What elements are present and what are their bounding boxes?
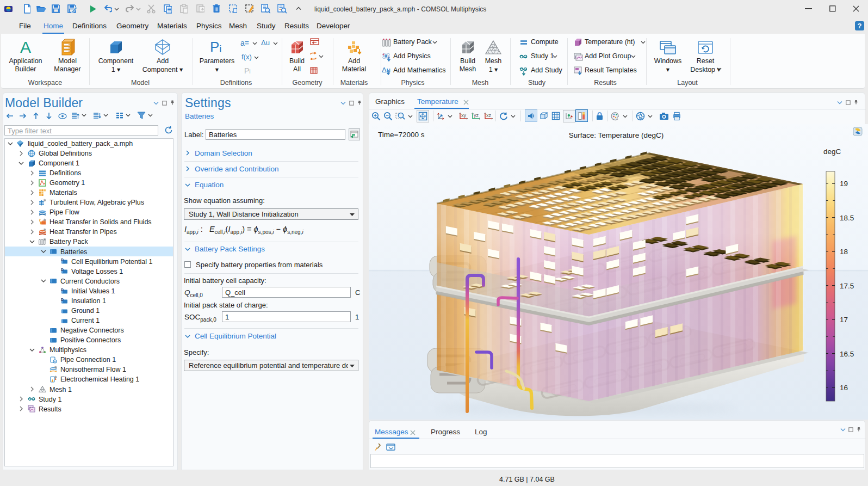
svg-text:yz: yz bbox=[474, 113, 479, 118]
svg-text:19: 19 bbox=[840, 180, 848, 188]
svg-text:18: 18 bbox=[840, 248, 848, 256]
svg-text:D: D bbox=[61, 297, 64, 301]
svg-text:D: D bbox=[61, 268, 64, 272]
svg-text:Pi: Pi bbox=[210, 39, 222, 55]
svg-text:16.5: 16.5 bbox=[840, 350, 854, 358]
svg-text:xz: xz bbox=[486, 113, 492, 118]
svg-text:xy: xy bbox=[461, 113, 467, 118]
svg-text:degC: degC bbox=[823, 147, 841, 156]
svg-text:A: A bbox=[20, 39, 31, 56]
svg-text:17: 17 bbox=[840, 316, 848, 324]
svg-text:Surface: Temperature (degC): Surface: Temperature (degC) bbox=[569, 131, 664, 139]
svg-text:16: 16 bbox=[840, 384, 848, 392]
svg-text:D: D bbox=[61, 258, 64, 262]
svg-text:18.5: 18.5 bbox=[840, 214, 854, 222]
svg-text:D: D bbox=[61, 287, 64, 291]
svg-text:Time=72000 s: Time=72000 s bbox=[378, 131, 425, 139]
svg-text:17.5: 17.5 bbox=[840, 282, 854, 290]
